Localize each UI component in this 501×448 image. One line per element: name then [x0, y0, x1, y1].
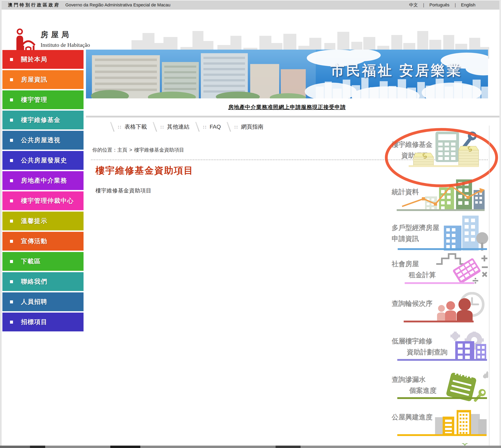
tab-faq[interactable]: :: FAQ — [197, 122, 221, 132]
sidebar-item-public-housing-history[interactable]: 公共房屋發展史 — [2, 151, 84, 170]
tab-other-links[interactable]: :: 其他連結 — [154, 122, 189, 132]
page-edge-left — [0, 0, 2, 448]
bullet-square-icon — [10, 78, 13, 81]
page: 澳門特別行政區政府 Governo da Região Administrati… — [0, 0, 501, 448]
logo-text: 房屋局 Instituto de Habitação — [41, 30, 90, 48]
sidebar-item-building-management[interactable]: 樓宇管理 — [2, 90, 84, 109]
construction-progress-icon — [429, 410, 487, 435]
government-top-bar: 澳門特別行政區政府 Governo da Região Administrati… — [2, 0, 499, 10]
quicklink-public-housing-construction[interactable]: 公屋興建進度 — [390, 410, 489, 436]
bullet-square-icon — [10, 139, 13, 142]
quicklink-building-maintenance-fund[interactable]: 樓宇維修基金資助項目 — [390, 131, 489, 167]
bullet-square-icon — [10, 320, 13, 324]
bullet-square-icon — [10, 159, 13, 162]
quicklink-lowrise-repair-scheme[interactable]: 低層樓宇維修資助計劃查詢 — [390, 334, 489, 361]
announcement-link[interactable]: 房地產中介業務准照網上申請服務現正接受申請 — [228, 104, 346, 110]
sidebar-item-building-maintenance-fund[interactable]: 樓宇維修基金 — [2, 111, 84, 129]
economic-housing-icon — [442, 215, 488, 251]
page-edge-bottom — [0, 446, 501, 448]
bureau-name-pt: Instituto de Habitação — [41, 42, 90, 48]
colon-marker-icon: :: — [234, 124, 238, 129]
content-right-border — [489, 126, 489, 446]
page-edge-right — [499, 0, 501, 448]
quicklink-water-leak-progress[interactable]: 查詢滲漏水個案進度 — [390, 374, 489, 399]
fund-calculator-icon — [413, 131, 479, 168]
quicklink-underline — [397, 434, 486, 436]
sidebar-item-download-area[interactable]: 下載區 — [2, 252, 84, 271]
slash-separator-icon — [153, 122, 157, 132]
quicklink-social-housing-rent-calc[interactable]: 社會房屋租金計算 — [390, 258, 489, 284]
bullet-square-icon — [10, 220, 13, 223]
bullet-square-icon — [10, 260, 13, 263]
gov-title-zh: 澳門特別行政區政府 — [8, 2, 60, 8]
lang-divider: | — [423, 2, 424, 8]
breadcrumb-current: 樓宇維修基金資助項目 — [134, 147, 184, 153]
bullet-square-icon — [10, 119, 13, 122]
slash-separator-icon — [195, 122, 199, 132]
lang-chinese-link[interactable]: 中文 — [409, 2, 418, 8]
colon-marker-icon: :: — [203, 124, 207, 129]
bullet-square-icon — [10, 98, 13, 101]
sidebar-item-arbitration-center[interactable]: 樓宇管理仲裁中心 — [2, 192, 84, 210]
rent-calculator-icon — [436, 252, 488, 284]
quicklink-underline — [397, 397, 487, 399]
lowrise-repair-icon — [444, 332, 488, 361]
gov-title-pt: Governo da Região Administrativa Especia… — [65, 2, 170, 8]
sidebar-item-real-estate-agency[interactable]: 房地產中介業務 — [2, 171, 84, 190]
sidebar-item-contact-us[interactable]: 聯絡我們 — [2, 272, 84, 291]
quicklink-label: 查詢輪候次序 — [392, 298, 432, 309]
slash-separator-icon — [110, 122, 114, 132]
bullet-square-icon — [10, 240, 13, 243]
sidebar-item-friendly-reminders[interactable]: 溫馨提示 — [2, 212, 84, 230]
slash-separator-icon — [227, 122, 231, 132]
quicklink-statistics[interactable]: 統計資料 — [390, 184, 489, 211]
lang-divider: | — [455, 2, 456, 8]
sidebar-item-public-housing-overview[interactable]: 公共房屋透視 — [2, 131, 84, 150]
bullet-square-icon — [10, 300, 13, 304]
quicklink-economic-housing-application[interactable]: 多戶型經濟房屋申請資訊 — [390, 221, 489, 250]
statistics-buildings-icon — [401, 178, 485, 210]
language-switcher: 中文 | Português | English — [409, 2, 475, 8]
tab-web-guide[interactable]: :: 網頁指南 — [228, 122, 263, 132]
bullet-square-icon — [10, 58, 13, 61]
sidebar-item-housing-info[interactable]: 房屋資訊 — [2, 70, 84, 89]
bullet-square-icon — [10, 179, 13, 182]
content-link[interactable]: 樓宇維修基金資助項目 — [95, 187, 152, 194]
colon-marker-icon: :: — [160, 124, 164, 129]
tab-forms-download[interactable]: :: 表格下載 — [112, 122, 147, 132]
quicklink-label: 多戶型經濟房屋申請資訊 — [392, 222, 439, 244]
bureau-name-zh: 房屋局 — [41, 30, 90, 40]
quicklink-queue-status[interactable]: 查詢輪候次序 — [390, 296, 489, 322]
lang-portuguese-link[interactable]: Português — [429, 2, 449, 8]
quicklink-underline — [397, 209, 485, 211]
breadcrumb-prefix: 你的位置： — [92, 147, 117, 153]
quicklink-label: 低層樓宇維修資助計劃查詢 — [392, 336, 447, 358]
quicklink-underline — [409, 165, 479, 167]
sidebar-item-recruitment[interactable]: 人員招聘 — [2, 292, 84, 311]
sidebar-item-promotional-activities[interactable]: 宣傳活動 — [2, 232, 84, 251]
breadcrumb-home-link[interactable]: 主頁 — [117, 147, 127, 153]
queue-clock-icon — [431, 292, 487, 322]
secondary-nav: :: 表格下載 :: 其他連結 :: FAQ :: 網頁指南 — [112, 122, 263, 132]
breadcrumb-separator: > — [129, 147, 132, 153]
hero-banner: 市民福祉 安居樂業 — [86, 50, 488, 98]
site-header: 房屋局 Instituto de Habitação — [2, 10, 499, 50]
sidebar-menu: 關於本局 房屋資訊 樓宇管理 樓宇維修基金 公共房屋透視 公共房屋發展史 房地產… — [2, 50, 84, 333]
quicklink-underline — [404, 320, 474, 322]
quicklink-underline — [405, 282, 474, 284]
sidebar-item-about-bureau[interactable]: 關於本局 — [2, 50, 84, 69]
bullet-square-icon — [10, 280, 13, 283]
sidebar-item-tender-projects[interactable]: 招標項目 — [2, 313, 84, 331]
quicklink-label: 查詢滲漏水個案進度 — [392, 374, 437, 396]
page-title: 樓宇維修基金資助項目 — [95, 164, 194, 177]
horizontal-divider — [86, 116, 499, 117]
lang-english-link[interactable]: English — [461, 2, 475, 8]
colon-marker-icon: :: — [118, 124, 122, 129]
banner-slogan: 市民福祉 安居樂業 — [331, 61, 462, 80]
announcement-bar: 房地產中介業務准照網上申請服務現正接受申請 — [86, 104, 488, 111]
quicklink-underline — [398, 248, 487, 250]
quicklink-label: 公屋興建進度 — [392, 412, 432, 423]
breadcrumb: 你的位置：主頁>樓宇維修基金資助項目 — [92, 147, 184, 153]
bullet-square-icon — [10, 199, 13, 202]
quicklink-underline — [397, 359, 487, 361]
